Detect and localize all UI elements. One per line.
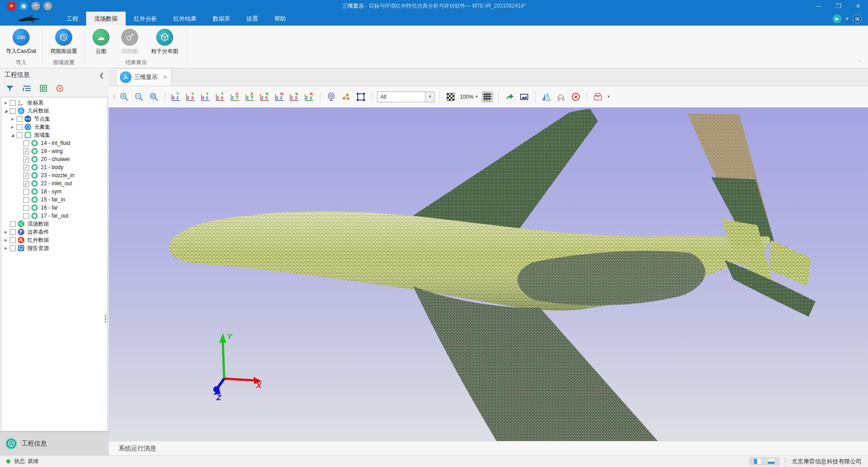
tree-expand-icon[interactable]: ▶ (3, 101, 9, 105)
tree-checkbox[interactable] (10, 237, 16, 243)
layout-left-icon[interactable] (754, 458, 761, 464)
tree-item[interactable]: 15 - far_in (1, 196, 107, 204)
mirror-icon[interactable] (540, 91, 552, 103)
tree-item[interactable]: 18 - sym (1, 188, 107, 196)
tree-item[interactable]: ▶红外数据 (1, 236, 107, 244)
tree-expand-icon[interactable]: ▶ (10, 117, 15, 121)
tree-item[interactable]: ✓20 - chuiwei (1, 155, 107, 163)
menu-item-help[interactable]: 帮助 (266, 12, 294, 26)
minimize-button[interactable]: ─ (809, 0, 829, 12)
tree-checkbox[interactable] (17, 124, 22, 130)
tree-checkbox[interactable] (10, 221, 16, 227)
view-iso-icon[interactable]: zxY (259, 91, 271, 103)
delete-icon[interactable] (570, 91, 582, 103)
tab-3d-view[interactable]: 三维显示 ✕ (116, 68, 171, 86)
tree-checkbox[interactable] (10, 108, 16, 114)
tree-expand-icon[interactable]: ▶ (10, 125, 15, 129)
tree-checkbox[interactable]: ✓ (23, 157, 29, 162)
zoom-fit-icon[interactable] (148, 91, 160, 103)
view-back-icon[interactable]: zxY (185, 91, 197, 103)
tree-expand-icon[interactable]: ▶ (3, 238, 9, 242)
rotate-y-icon[interactable]: zxY (289, 91, 300, 103)
tree-checkbox[interactable] (17, 116, 22, 122)
panel-splitter[interactable]: •••• (103, 314, 108, 323)
menu-item-project[interactable]: 工程 (58, 12, 86, 26)
particle-distribution-button[interactable]: 粒子分布图 (145, 27, 184, 55)
manual-icon[interactable]: ▤ (853, 14, 862, 23)
tree-item[interactable]: ◢几何数据 (1, 107, 107, 115)
tree-item[interactable]: ▶Yzx坐标系 (1, 99, 107, 107)
zoom-out-icon[interactable] (133, 91, 145, 103)
rotate-z-icon[interactable]: zyX (303, 91, 315, 103)
tree-item[interactable]: ▶报告资源 (1, 244, 107, 252)
tree-checkbox[interactable]: ✓ (23, 173, 29, 179)
tree-checkbox[interactable] (10, 245, 16, 251)
view-top-icon[interactable]: zYX (229, 91, 241, 103)
tree-item[interactable]: ✓21 - body (1, 163, 107, 171)
menu-item-ir-results[interactable]: 红外结果 (165, 12, 205, 26)
rotate-x-icon[interactable]: yzX (274, 91, 285, 103)
list-icon[interactable] (22, 84, 31, 94)
tree-item[interactable]: 16 - far (1, 204, 107, 212)
menu-item-flowfield[interactable]: 流场数据 (86, 12, 126, 26)
save-box-icon[interactable] (592, 91, 604, 103)
tree-checkbox[interactable] (23, 189, 29, 195)
undo-icon[interactable]: ↶ (31, 2, 40, 10)
particles-icon[interactable] (340, 91, 352, 103)
panel-collapse-icon[interactable]: ❮ (99, 72, 104, 79)
contour-button[interactable]: ☁ 云图 (88, 27, 114, 55)
dropdown-caret-icon[interactable]: ▼ (845, 17, 849, 21)
view-bottom-icon[interactable]: zYX (244, 91, 256, 103)
window-layout-icon[interactable]: ▶ (833, 14, 842, 23)
aircraft-mesh-model[interactable] (169, 109, 815, 441)
tree-checkbox[interactable] (17, 132, 22, 138)
tree-expand-icon[interactable]: ▶ (3, 230, 9, 234)
tab-close-icon[interactable]: ✕ (163, 74, 167, 80)
app-logo-icon[interactable]: ✈ (7, 2, 16, 10)
redo-icon[interactable]: ↻ (44, 2, 52, 10)
tree-expand-icon[interactable]: ◢ (10, 133, 15, 137)
tree-checkbox[interactable] (23, 197, 29, 203)
display-filter-combobox[interactable]: All ▼ (377, 92, 434, 102)
snapshot-icon[interactable] (518, 91, 530, 103)
menu-item-settings[interactable]: 设置 (238, 12, 266, 26)
save-icon[interactable]: ▣ (19, 2, 28, 10)
grid-display-icon[interactable] (482, 91, 493, 103)
save-dropdown-caret[interactable]: ▼ (607, 95, 610, 99)
tree-checkbox[interactable]: ✓ (23, 165, 29, 170)
viewport-3d[interactable]: Y X Z •••• (109, 108, 868, 441)
view-left-icon[interactable]: xzY (200, 91, 211, 103)
drag-handle[interactable]: ‖ (113, 93, 114, 100)
tree-expand-icon[interactable]: ▶ (3, 246, 9, 250)
tree-item[interactable]: ✓22 - inlet_out (1, 179, 107, 188)
tree-item[interactable]: 17 - far_out (1, 212, 107, 220)
zoom-in-icon[interactable] (118, 91, 130, 103)
tree-expand-icon[interactable]: ◢ (3, 109, 9, 113)
combobox-dropdown-icon[interactable]: ▼ (425, 92, 434, 102)
view-front-icon[interactable]: xzY (170, 91, 182, 103)
tree-item[interactable]: ✓23 - nozzle_in (1, 171, 107, 179)
tree-item[interactable]: 14 - int_fluid (1, 139, 107, 147)
tree-item[interactable]: ▶元素集 (1, 123, 107, 131)
opacity-zoom-dropdown[interactable]: 100%▼ (460, 94, 478, 100)
tree-checkbox[interactable] (23, 205, 29, 211)
filter-icon[interactable] (5, 84, 14, 94)
periodic-face-button[interactable]: 周期面设置 (45, 27, 82, 55)
menu-item-ir-analysis[interactable]: 红外分析 (126, 12, 165, 26)
export-arrow-icon[interactable] (504, 91, 515, 103)
tree-item[interactable]: ▶节点集 (1, 115, 107, 123)
tree-checkbox[interactable] (10, 229, 16, 235)
view-right-icon[interactable]: zxY (215, 91, 226, 103)
tree-checkbox[interactable] (23, 140, 29, 146)
menu-item-database[interactable]: 数据库 (205, 12, 238, 26)
tree-item[interactable]: ✓19 - wing (1, 147, 107, 155)
box-select-icon[interactable] (355, 91, 367, 103)
restore-button[interactable]: ❐ (829, 0, 848, 12)
import-cas-dat-button[interactable]: cas 导入Cas/Dat (3, 27, 39, 55)
tree-item[interactable]: 流场数据 (1, 220, 107, 228)
tree-checkbox[interactable] (23, 213, 29, 219)
tree-item[interactable]: ◢面域集 (1, 131, 107, 139)
grid-icon[interactable] (39, 84, 48, 94)
probe-icon[interactable] (325, 91, 337, 103)
target-icon[interactable] (56, 84, 64, 94)
